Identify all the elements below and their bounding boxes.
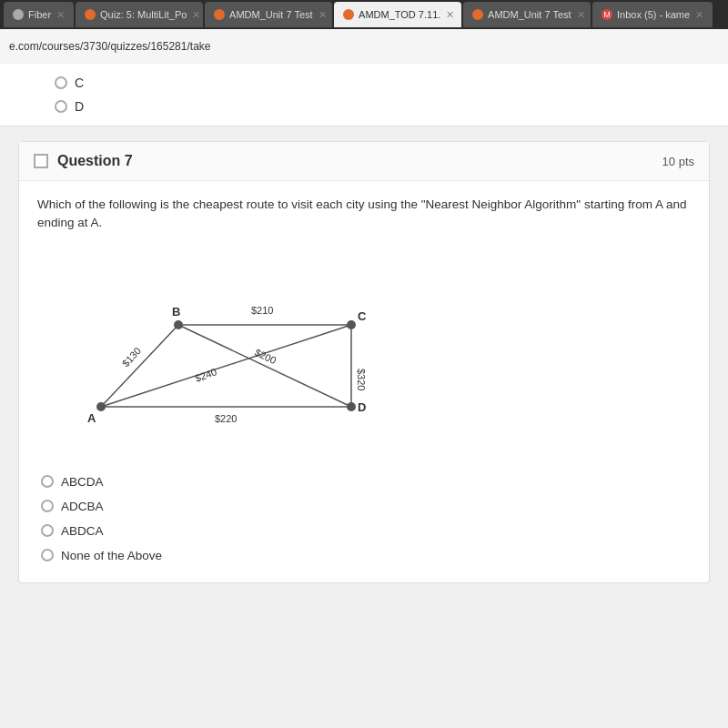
question-points: 10 pts: [662, 155, 694, 168]
label-nota: None of the Above: [61, 549, 162, 562]
address-text: e.com/courses/3730/quizzes/165281/take: [9, 40, 210, 53]
prev-option-c[interactable]: C: [55, 71, 673, 95]
answer-option-nota[interactable]: None of the Above: [41, 543, 687, 568]
tab-inbox[interactable]: M Inbox (5) - kame ✕: [592, 2, 713, 27]
node-d: [347, 402, 356, 411]
tab-icon-inbox: M: [602, 9, 612, 20]
radio-abdca[interactable]: [41, 524, 54, 537]
node-label-b: B: [172, 305, 180, 318]
question-flag-icon[interactable]: [34, 154, 48, 168]
tab-icon-amdm-unit7: [214, 9, 225, 20]
tab-close-amdm-tod[interactable]: ✕: [446, 9, 454, 21]
node-label-c: C: [358, 309, 367, 323]
tab-bar: Fiber ✕ Quiz: 5: MultiLit_Po ✕ AMDM_Unit…: [0, 0, 728, 29]
question-text: Which of the following is the cheapest r…: [37, 196, 691, 233]
question-body: Which of the following is the cheapest r…: [19, 181, 709, 582]
tab-label-quiz: Quiz: 5: MultiLit_Po: [100, 9, 187, 20]
edge-bd: [178, 325, 351, 407]
page-content: C D Question 7 10 pts Which of the follo…: [0, 64, 728, 728]
radio-abcda[interactable]: [41, 475, 54, 488]
node-c: [347, 320, 356, 329]
tab-amdm-tod[interactable]: AMDM_TOD 7.11. ✕: [334, 2, 461, 27]
radio-nota[interactable]: [41, 549, 54, 561]
label-abcda: ABCDA: [61, 475, 104, 489]
tab-fiber[interactable]: Fiber ✕: [4, 2, 74, 27]
prev-answers-section: C D: [0, 64, 728, 126]
tab-icon-amdm-tod: [343, 9, 354, 20]
tab-close-amdm-unit7b[interactable]: ✕: [577, 9, 585, 21]
tab-close-amdm-unit7[interactable]: ✕: [318, 9, 327, 21]
browser-chrome: Fiber ✕ Quiz: 5: MultiLit_Po ✕ AMDM_Unit…: [0, 0, 728, 64]
node-label-a: A: [87, 411, 96, 425]
graph-svg: $130 $240 $220 $210 $200 $320 A: [46, 248, 429, 448]
node-label-d: D: [358, 400, 366, 414]
label-bc: $210: [251, 305, 273, 316]
answer-option-adcba[interactable]: ADCBA: [41, 494, 687, 519]
tab-label-amdm-unit7b: AMDM_Unit 7 Test: [488, 9, 571, 20]
tab-icon-fiber: [13, 9, 24, 20]
tab-close-quiz[interactable]: ✕: [192, 9, 200, 21]
edge-ac: [101, 325, 351, 407]
node-b: [174, 320, 183, 329]
graph-container: $130 $240 $220 $210 $200 $320 A: [46, 248, 691, 451]
prev-label-d: D: [75, 99, 84, 114]
prev-option-d[interactable]: D: [55, 95, 673, 118]
tab-label-inbox: Inbox (5) - kame: [617, 9, 690, 20]
tab-icon-quiz: [85, 9, 96, 20]
question-number: Question 7: [57, 153, 133, 169]
tab-label-amdm-unit7: AMDM_Unit 7 Test: [229, 9, 313, 20]
label-adcba: ADCBA: [61, 500, 104, 513]
address-bar[interactable]: e.com/courses/3730/quizzes/165281/take: [0, 29, 728, 64]
tab-quiz[interactable]: Quiz: 5: MultiLit_Po ✕: [76, 2, 203, 27]
question-header: Question 7 10 pts: [19, 142, 709, 181]
label-cd: $320: [356, 369, 367, 390]
radio-c[interactable]: [55, 76, 67, 89]
label-ac: $240: [194, 366, 218, 384]
tab-close-fiber[interactable]: ✕: [56, 9, 65, 21]
tab-close-inbox[interactable]: ✕: [695, 9, 703, 21]
tab-icon-amdm-unit7b: [472, 9, 483, 20]
tab-amdm-unit7b[interactable]: AMDM_Unit 7 Test ✕: [463, 2, 591, 27]
question-7-card: Question 7 10 pts Which of the following…: [18, 141, 710, 583]
radio-d[interactable]: [55, 100, 67, 113]
label-ad: $220: [215, 413, 237, 424]
tab-label-amdm-tod: AMDM_TOD 7.11.: [359, 9, 440, 20]
answer-option-abcda[interactable]: ABCDA: [41, 470, 687, 494]
tab-amdm-unit7[interactable]: AMDM_Unit 7 Test ✕: [205, 2, 332, 27]
radio-adcba[interactable]: [41, 500, 54, 512]
label-abdca: ABDCA: [61, 524, 104, 538]
prev-label-c: C: [75, 76, 84, 90]
node-a: [96, 402, 106, 411]
answer-option-abdca[interactable]: ABDCA: [41, 519, 687, 543]
tab-label-fiber: Fiber: [28, 9, 51, 20]
answer-options: ABCDA ADCBA ABDCA None of the Above: [37, 470, 691, 568]
